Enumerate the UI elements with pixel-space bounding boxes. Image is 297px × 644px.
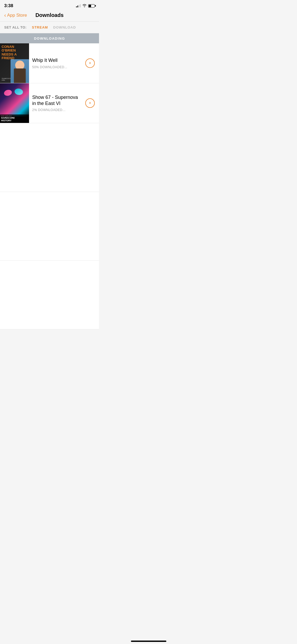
status-bar: 3:38 — [0, 0, 99, 10]
download-button[interactable]: DOWNLOAD — [53, 25, 76, 29]
cancel-button-1[interactable]: × — [85, 58, 95, 68]
signal-icon — [76, 4, 81, 7]
item-progress-2: 2% DOWNLOADED... — [32, 108, 82, 112]
item-info-2: Show 67 - Supernova in the East VI 2% DO… — [29, 91, 85, 116]
empty-section-3 — [0, 261, 99, 329]
hardcore-history-artwork: DAN CARLIN'S HARDCOREHISTORY — [0, 83, 29, 123]
cancel-icon-1: × — [89, 61, 91, 66]
set-all-label: SET ALL TO: — [4, 25, 27, 29]
item-title-1: Whip It Well — [32, 57, 82, 63]
empty-section-2 — [0, 192, 99, 261]
battery-icon — [88, 4, 95, 8]
conan-title-block: CONANO'BRIENNEEDS AFRIEND — [2, 45, 27, 60]
stream-button[interactable]: STREAM — [32, 25, 48, 29]
back-label: App Store — [7, 13, 27, 18]
empty-section-1 — [0, 123, 99, 192]
nav-bar: ‹ App Store Downloads — [0, 10, 99, 22]
wifi-icon — [82, 4, 87, 8]
item-title-2: Show 67 - Supernova in the East VI — [32, 94, 82, 107]
download-item-2: DAN CARLIN'S HARDCOREHISTORY Show 67 - S… — [0, 83, 99, 123]
item-info-1: Whip It Well 50% DOWNLOADED... — [29, 54, 85, 72]
back-chevron-icon: ‹ — [4, 12, 6, 18]
conan-artwork: CONANO'BRIENNEEDS AFRIEND TEAMCOCOZelle — [0, 43, 29, 83]
status-time: 3:38 — [4, 3, 13, 8]
cancel-button-2[interactable]: × — [85, 98, 95, 108]
downloading-label: DOWNLOADING — [34, 36, 65, 40]
download-item-1: CONANO'BRIENNEEDS AFRIEND TEAMCOCOZelle … — [0, 43, 99, 83]
item-progress-1: 50% DOWNLOADED... — [32, 65, 82, 69]
back-button[interactable]: ‹ App Store — [4, 13, 27, 18]
downloading-header: DOWNLOADING — [0, 33, 99, 43]
cancel-icon-2: × — [89, 101, 91, 105]
page-title: Downloads — [35, 12, 64, 18]
status-icons — [76, 4, 95, 8]
set-all-bar: SET ALL TO: STREAM DOWNLOAD — [0, 22, 99, 33]
